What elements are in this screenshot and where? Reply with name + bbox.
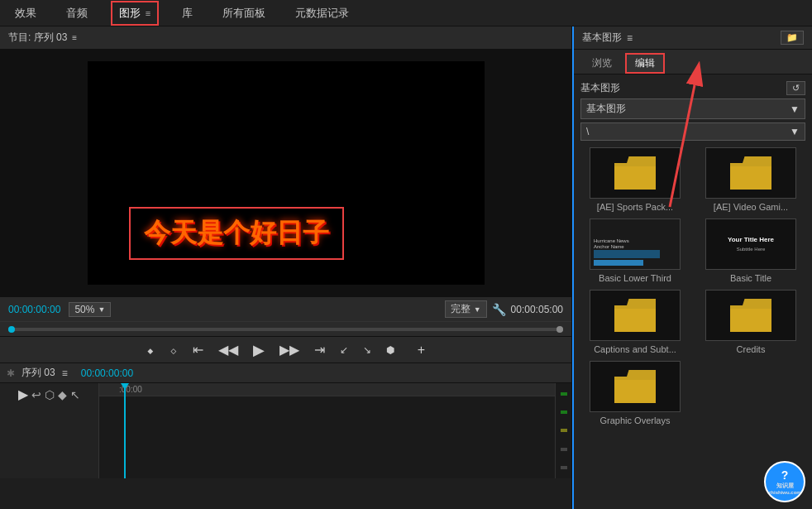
- menu-audio[interactable]: 音频: [60, 2, 94, 24]
- eg-thumb-captions: [590, 290, 681, 341]
- lt-bar1: [594, 250, 660, 258]
- razor-icon[interactable]: ◆: [58, 388, 67, 401]
- play-icon-timeline[interactable]: ▶: [18, 387, 28, 402]
- eg-body: 基本图形 ↺ 基本图形 ▼ \ ▼ [AE] Spo: [574, 74, 812, 509]
- folder-icon-captions: [614, 299, 656, 332]
- scrubber-handle-end[interactable]: [556, 326, 563, 333]
- scrubber-track[interactable]: [8, 328, 563, 331]
- eg-items-grid: [AE] Sports Pack... [AE] Video Gami... H…: [580, 147, 805, 425]
- cursor-icon[interactable]: ↖: [70, 388, 80, 401]
- meter-bar-2: [561, 411, 567, 414]
- eg-thumb-ae-sports: [590, 147, 681, 199]
- video-overlay-text: 今天是个好日子: [129, 207, 344, 260]
- timeline-tracks: :00:00: [99, 383, 571, 478]
- tab-edit[interactable]: 编辑: [625, 53, 665, 74]
- eg-section-controls: ↺: [786, 81, 805, 95]
- eg-refresh-btn[interactable]: ↺: [786, 81, 805, 95]
- eg-item-ae-sports[interactable]: [AE] Sports Pack...: [580, 147, 690, 212]
- path-chevron: ▼: [790, 126, 800, 137]
- graphics-menu-icon: ≡: [146, 8, 150, 18]
- track-controls-row: ▶ ↩ ⬡ ◆ ↖: [18, 387, 80, 402]
- eg-panel-header: 基本图形 ≡ 📁: [574, 26, 812, 50]
- go-to-out-button[interactable]: ⇥: [310, 340, 329, 359]
- program-monitor-header: 节目: 序列 03 ≡: [0, 26, 571, 50]
- play-button[interactable]: ▶: [249, 339, 269, 361]
- meter-bar-5: [561, 466, 567, 469]
- loop-icon[interactable]: ↩: [31, 388, 41, 401]
- overwrite-button[interactable]: ↘: [359, 343, 375, 358]
- menu-library[interactable]: 库: [175, 2, 199, 24]
- eg-menu-icon[interactable]: ≡: [627, 32, 633, 44]
- timecode-end: 00:00:05:00: [511, 304, 563, 315]
- zoom-selector[interactable]: 50% ▼: [69, 302, 111, 317]
- eg-item-lower-third[interactable]: Hurricane News Anchor Name Basic Lower T…: [580, 218, 690, 283]
- fit-selector[interactable]: 完整 ▼: [445, 300, 487, 318]
- menu-graphics[interactable]: 图形 ≡: [111, 1, 159, 26]
- timeline-playhead[interactable]: [124, 383, 126, 478]
- timeline-ruler: :00:00: [99, 383, 571, 396]
- program-monitor-menu-icon[interactable]: ≡: [72, 33, 77, 42]
- transport-controls: ⬥ ⬦ ⇤ ◀◀ ▶ ▶▶ ⇥ ↙ ↘ ⬢ +: [0, 336, 571, 363]
- meter-bar-4: [561, 448, 567, 451]
- eg-preset-dropdown[interactable]: 基本图形 ▼: [580, 98, 805, 119]
- watermark-text-line2: zhishiwu.com: [768, 490, 800, 495]
- scrubber-bar[interactable]: [0, 321, 571, 336]
- timeline-body: ▶ ↩ ⬡ ◆ ↖ :00:00: [0, 383, 571, 478]
- eg-item-credits[interactable]: Credits: [696, 290, 805, 354]
- eg-item-graphic-overlay[interactable]: Graphic Overlays: [580, 361, 690, 425]
- meter-bar-3: [561, 429, 567, 432]
- step-fwd-button[interactable]: ▶▶: [275, 340, 303, 359]
- mark-out-button[interactable]: ⬦: [165, 341, 182, 359]
- eg-thumb-basic-title: Your Title HereSubtitle Here: [705, 218, 796, 270]
- menu-all-panels[interactable]: 所有面板: [216, 2, 272, 24]
- eg-thumb-credits: [705, 290, 796, 341]
- wrench-icon[interactable]: 🔧: [492, 303, 506, 316]
- volume-meter: [555, 383, 571, 478]
- eg-item-ae-videogame[interactable]: [AE] Video Gami...: [696, 147, 805, 212]
- add-button[interactable]: +: [413, 341, 429, 359]
- ripple-icon[interactable]: ⬡: [45, 388, 55, 401]
- timeline-timecode: 00:00:00:00: [81, 367, 133, 379]
- step-back-button[interactable]: ◀◀: [214, 340, 242, 359]
- go-to-in-button[interactable]: ⇤: [189, 340, 208, 359]
- eg-label-basic-title: Basic Title: [705, 273, 796, 283]
- eg-label-ae-videogame: [AE] Video Gami...: [705, 202, 796, 212]
- eg-label-lower-third: Basic Lower Third: [590, 273, 681, 283]
- timeline-track-labels: ▶ ↩ ⬡ ◆ ↖: [0, 383, 99, 478]
- folder-icon-ae-videogame: [730, 156, 771, 190]
- lt-text1: Hurricane News: [594, 238, 676, 243]
- essential-graphics-panel: 基本图形 ≡ 📁 浏览 编辑 基本图形 ↺ 基本图形 ▼: [572, 26, 812, 509]
- eg-thumb-lower-third: Hurricane News Anchor Name: [590, 218, 681, 270]
- title-preview: Your Title HereSubtitle Here: [706, 219, 795, 269]
- mark-in-button[interactable]: ⬥: [142, 341, 159, 359]
- timeline-section: ✱ 序列 03 ≡ 00:00:00:00 ▶ ↩ ⬡ ◆ ↖: [0, 363, 571, 478]
- main-layout: 节目: 序列 03 ≡ 今天是个好日子 00:00:00:00 50% ▼ 完整…: [0, 26, 812, 509]
- eg-item-captions[interactable]: Captions and Subt...: [580, 290, 690, 354]
- top-menu-bar: 效果 音频 图形 ≡ 库 所有面板 元数据记录: [0, 0, 812, 26]
- tab-browse[interactable]: 浏览: [582, 53, 622, 74]
- eg-item-basic-title[interactable]: Your Title HereSubtitle Here Basic Title: [696, 218, 805, 283]
- eg-label-ae-sports: [AE] Sports Pack...: [590, 202, 681, 212]
- folder-icon-ae-sports: [614, 156, 656, 190]
- watermark-text-line1: 知识屋: [776, 482, 794, 490]
- export-frame-button[interactable]: ⬢: [382, 343, 399, 358]
- eg-folder-icon[interactable]: 📁: [781, 31, 804, 45]
- program-monitor-title: 节目: 序列 03: [8, 31, 67, 45]
- eg-section-label: 基本图形 ↺: [580, 81, 805, 95]
- title-preview-text: Your Title HereSubtitle Here: [728, 235, 774, 253]
- eg-path-dropdown[interactable]: \ ▼: [580, 122, 805, 141]
- menu-metadata[interactable]: 元数据记录: [289, 2, 356, 24]
- timeline-header: ✱ 序列 03 ≡ 00:00:00:00: [0, 363, 571, 383]
- timeline-menu-icon[interactable]: ≡: [62, 367, 68, 379]
- folder-icon-graphic-overlay: [614, 370, 656, 403]
- lt-bar2: [594, 260, 643, 266]
- menu-effects[interactable]: 效果: [8, 2, 43, 24]
- eg-label-captions: Captions and Subt...: [590, 344, 681, 354]
- timeline-marker: ✱: [7, 367, 15, 379]
- scrubber-handle-start[interactable]: [8, 326, 15, 333]
- eg-thumb-ae-videogame: [705, 147, 796, 199]
- insert-button[interactable]: ↙: [336, 343, 352, 358]
- dropdown-chevron: ▼: [790, 103, 800, 115]
- video-preview: 今天是个好日子: [88, 61, 485, 285]
- watermark-badge: ? 知识屋 zhishiwu.com: [764, 461, 805, 502]
